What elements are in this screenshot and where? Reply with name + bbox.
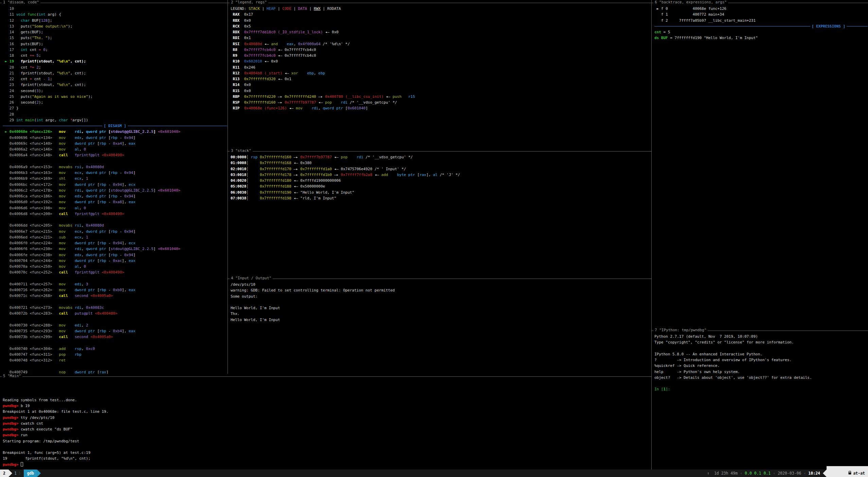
terminal-line: Python 2.7.17 (default, Nov 7 2019, 10:0…: [654, 334, 868, 339]
terminal-line: 0x4006ca <func+186> mov edx, dword ptr […: [3, 193, 227, 199]
terminal-line: Breakpoint 1, func (arg=5) at test.c:19: [3, 450, 651, 456]
terminal-line: ? -> Introduction and overview of IPytho…: [654, 357, 868, 363]
terminal-line: 10: [3, 6, 227, 12]
pane-top-border: 7 "IPython: tmp/pwndbg": [652, 331, 868, 331]
pane-main-console[interactable]: 5 "Main" Reading symbols from test...don…: [0, 374, 651, 470]
window-index[interactable]: 1: [12, 470, 19, 477]
terminal-line: [654, 346, 868, 351]
status-date: 2020-03-06: [778, 471, 801, 476]
pane-stack[interactable]: 3 "stack" 00:0000│ rsp 0x7fffffffd160 —▸…: [228, 148, 651, 276]
input-output-content: /dev/pts/10warning: GDB: Failed to set c…: [231, 282, 651, 374]
terminal-line: [3, 276, 227, 281]
powerline-arrow: [823, 470, 827, 477]
terminal-line: 0x4006d8 <func+200> call fprintf@plt <0x…: [3, 211, 227, 217]
terminal-line: RDI 0x1: [231, 35, 651, 41]
terminal-line: pwndbg>: [3, 462, 651, 467]
pane-ipython[interactable]: 7 "IPython: tmp/pwndbg" Python 2.7.17 (d…: [652, 328, 868, 470]
terminal-line: 22 cnt = cnt - 1;: [3, 76, 227, 82]
powerline-arrow: [37, 470, 41, 477]
terminal-line: 12 char BUF[128];: [3, 18, 227, 23]
terminal-line: 0x4006a2 <func+146> mov al, 0: [3, 146, 227, 152]
terminal-line: ► 0x40068e <func+126> mov rdi, qword ptr…: [3, 129, 227, 135]
tmux-status-bar: 2 1 〉 gdb ↑ 1d 23h 49m ‹ 0.0 0.1 0.1 ‹ 2…: [0, 470, 868, 477]
pane-top-border: 5 "Main": [0, 376, 651, 377]
terminal-line: 0x40070c <func+252> call fprintf@plt <0x…: [3, 269, 227, 275]
terminal-line: 0x4006ed <func+221> sub ecx, 1: [3, 234, 227, 240]
pane-title: 5 "Main": [2, 374, 22, 378]
terminal-line: 01:0008│ 0x7fffffffd168 ◂— 0x380: [231, 160, 651, 166]
pane-title: 3 "stack": [230, 148, 253, 153]
terminal-line: R11 0x246: [231, 65, 651, 70]
terminal-line: 05:0028│ 0x7fffffffd188 ◂— 0x50000000e: [231, 183, 651, 189]
uptime-value: 1d 23h 49m: [709, 471, 738, 476]
terminal-line: 06:0030│ 0x7fffffffd190 ◂— "Hello World,…: [231, 190, 651, 195]
pane-top-border: 3 "stack": [228, 151, 651, 152]
terminal-line: [3, 391, 651, 397]
terminal-line: pwndbg> b 19: [3, 403, 651, 409]
terminal-line: 11 void func(int arg) {: [3, 12, 227, 17]
terminal-line: 28: [3, 111, 227, 117]
terminal-line: Some output:: [231, 294, 651, 299]
terminal-line: 0x4006dd <func+205> movabs rsi, 0x40080d: [3, 223, 227, 228]
status-separator-icon: ‹: [738, 471, 745, 476]
terminal-line: 0x400711 <func+257> mov edi, 3: [3, 281, 227, 287]
pane-title: 7 "IPython: tmp/pwndbg": [653, 328, 708, 332]
pane-title: 4 "Input / Output": [230, 276, 273, 280]
terminal-line: ds BUF = 7fffffffd190 "Hello World, I'm …: [654, 35, 868, 41]
status-time: 10:24: [808, 471, 820, 476]
terminal-line: R12 0x4004b0 (_start) ◂— xor ebp, ebp: [231, 70, 651, 76]
terminal-line: 0x4006f0 <func+224> mov dword ptr [rbp -…: [3, 240, 227, 246]
terminal-line: [ EXPRESSIONS ]: [654, 23, 868, 29]
terminal-line: f 1 400772 main+34: [654, 12, 868, 17]
terminal-line: pwndbg> run: [3, 432, 651, 438]
pane-registers[interactable]: 2 "legend, regs" LEGEND: STACK | HEAP | …: [228, 0, 651, 148]
terminal-line: 0x400730 <func+288> mov edi, 2: [3, 322, 227, 328]
terminal-line: object? -> Details about 'object', use '…: [654, 375, 868, 381]
terminal-line: 0x4006a4 <func+148> call fprintf@plt <0x…: [3, 152, 227, 158]
pane-input-output[interactable]: 4 "Input / Output" /dev/pts/10warning: G…: [228, 276, 651, 374]
terminal-line: 16 puts(BUF);: [3, 41, 227, 47]
terminal-line: 20 cnt *= 2;: [3, 65, 227, 70]
terminal-line: [ DISASM ]: [3, 123, 227, 129]
terminal-line: 0x4006a9 <func+153> movabs rsi, 0x40080d: [3, 164, 227, 170]
terminal-line: 0x400747 <func+311> pop rbp: [3, 352, 227, 357]
terminal-line: pwndbg> cwatch execute "ds BUF": [3, 426, 651, 432]
terminal-line: ► 19 fprintf(stdout, "%d\n", cnt);: [3, 58, 227, 64]
terminal-line: 0x400735 <func+293> mov dword ptr [rbp -…: [3, 328, 227, 334]
terminal-line: Starting program: /tmp/pwndbg/test: [3, 438, 651, 444]
terminal-line: RIP 0x40068e (func+126) ◂— mov rdi, qwor…: [231, 105, 651, 111]
terminal-line: Breakpoint 1 at 0x40068e: file test.c, l…: [3, 409, 651, 414]
terminal-line: warning: GDB: Failed to set controlling …: [231, 287, 651, 293]
terminal-line: R8 0x7ffff7fcb4c0 ◂— 0x7ffff7fcb4c0: [231, 47, 651, 53]
terminal-line: 14 gets(BUF);: [3, 29, 227, 35]
terminal-line: R13 0x7fffffffd320 ◂— 0x1: [231, 76, 651, 82]
tmux-screen: { "colors":{"pane_border":"#6a6a6a","sep…: [0, 0, 868, 477]
terminal-line: R15 0x0: [231, 88, 651, 94]
terminal-line: 0x4006b3 <func+163> mov ecx, dword ptr […: [3, 170, 227, 176]
terminal-line: 0x4006d6 <func+198> mov al, 0: [3, 205, 227, 211]
terminal-line: 02:0010│ 0x7fffffffd170 —▸ 0x7fffffffd1a…: [231, 166, 651, 172]
terminal-line: RDX 0x7ffff7dd18c0 (_IO_stdfile_1_lock) …: [231, 29, 651, 35]
pane-disasm-code[interactable]: 1 "disasm, code" 10 11 void func(int arg…: [0, 0, 228, 374]
pane-title: 6 "backtrace, expressions, args": [653, 0, 728, 4]
session-index-segment[interactable]: 2: [0, 470, 8, 477]
terminal-line: 0x400696 <func+134> mov edx, dword ptr […: [3, 135, 227, 141]
terminal-line: 18 cnt += 5;: [3, 53, 227, 58]
terminal-line: f 2 7ffff7a05b97 __libc_start_main+231: [654, 18, 868, 23]
terminal-line: In [1]:: [654, 386, 868, 392]
pane-backtrace[interactable]: 6 "backtrace, expressions, args" ► f 0 4…: [652, 0, 868, 328]
terminal-line: 07:0038│ 0x7fffffffd198 ◂— "rld, I'm Inp…: [231, 195, 651, 201]
registers-content: LEGEND: STACK | HEAP | CODE | DATA | RWX…: [231, 6, 651, 148]
terminal-line: ► f 0 40068e func+126: [654, 6, 868, 12]
terminal-line: 26 second(2);: [3, 100, 227, 105]
terminal-line: RCX 0x5: [231, 23, 651, 29]
terminal-line: cnt = 5: [654, 29, 868, 35]
terminal-line: [3, 340, 227, 346]
terminal-line: Hello World, I'm Input: [231, 317, 651, 323]
status-separator-icon: ‹: [801, 471, 808, 476]
terminal-line: help -> Python's own help system.: [654, 369, 868, 375]
terminal-line: 0x4006d0 <func+192> mov dword ptr [rbp -…: [3, 199, 227, 205]
backtrace-content: ► f 0 40068e func+126 f 1 400772 main+34…: [654, 6, 868, 328]
window-tab-gdb[interactable]: gdb: [24, 470, 37, 477]
terminal-line: 21 fprintf(stdout, "%d\n", cnt);: [3, 70, 227, 76]
